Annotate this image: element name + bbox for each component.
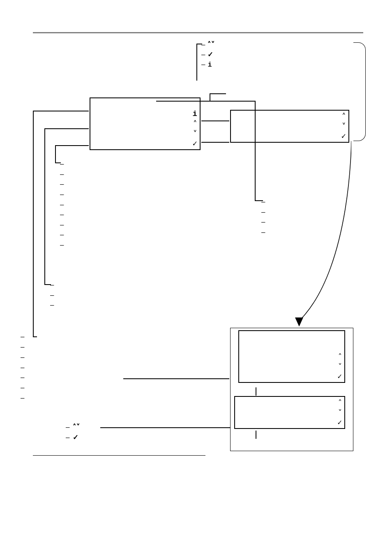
list-item: ˄˅ [207, 40, 357, 50]
connector-line [156, 101, 255, 102]
list-item [67, 169, 234, 180]
info-icon: i [193, 109, 197, 118]
connector-line [201, 142, 229, 143]
list-item: ✓ [73, 433, 230, 443]
list-item [67, 200, 234, 210]
connector-line [210, 93, 210, 102]
list-item [28, 393, 247, 403]
lcd-line: ˅ [93, 129, 197, 139]
list-item [28, 373, 247, 383]
list-item [67, 220, 234, 230]
connector-line [210, 93, 226, 94]
list-item [58, 280, 282, 290]
lcd-frame [230, 328, 353, 451]
curved-arrow [277, 141, 351, 330]
list-item [58, 290, 282, 301]
connector-line [196, 44, 197, 81]
connector-line [255, 101, 256, 200]
list-item [28, 363, 247, 373]
functions-block [58, 159, 234, 250]
lcd-line: ˄ [233, 111, 346, 121]
lcd-main: i ˄ ˅ ✓ [90, 97, 201, 150]
softkeys-top-block: ˄˅ ✓ i [201, 40, 357, 70]
softkeys-bottom-block: ˄˅ ✓ [66, 422, 230, 442]
divider [33, 32, 363, 33]
list-item [28, 352, 247, 363]
lcd-line: ✓ [233, 131, 346, 141]
connector-line [123, 378, 229, 379]
list-item: ˄˅ [73, 422, 230, 433]
lcd-line: ˄ [93, 119, 197, 129]
lcd-zoom: ˄ ˅ ✓ [230, 110, 349, 143]
list-item [67, 159, 234, 169]
list-item [28, 342, 247, 352]
lcd-line: ˅ [233, 121, 346, 131]
lcd-line: ✓ [93, 139, 197, 148]
connector-line [44, 128, 89, 129]
list-item [67, 210, 234, 220]
connector-line [55, 145, 89, 146]
curved-bracket [353, 42, 366, 141]
arrow-down-icon [295, 317, 303, 327]
list-item [67, 240, 234, 250]
connector-line [44, 128, 45, 285]
list-item: i [207, 60, 357, 70]
info-on-call-block [52, 280, 282, 310]
connector-line [55, 145, 56, 162]
list-item [28, 332, 247, 342]
connector-line [33, 111, 34, 337]
footnote-rule [33, 455, 205, 456]
info-on-call-block-2 [21, 332, 247, 403]
list-item: ✓ [207, 50, 357, 60]
list-item [67, 230, 234, 240]
list-item [67, 190, 234, 200]
list-item [58, 300, 282, 310]
list-item [67, 179, 234, 190]
connector-line [33, 111, 89, 111]
list-item [28, 383, 247, 393]
lcd-line: i [93, 109, 197, 119]
connector-line [201, 120, 229, 121]
